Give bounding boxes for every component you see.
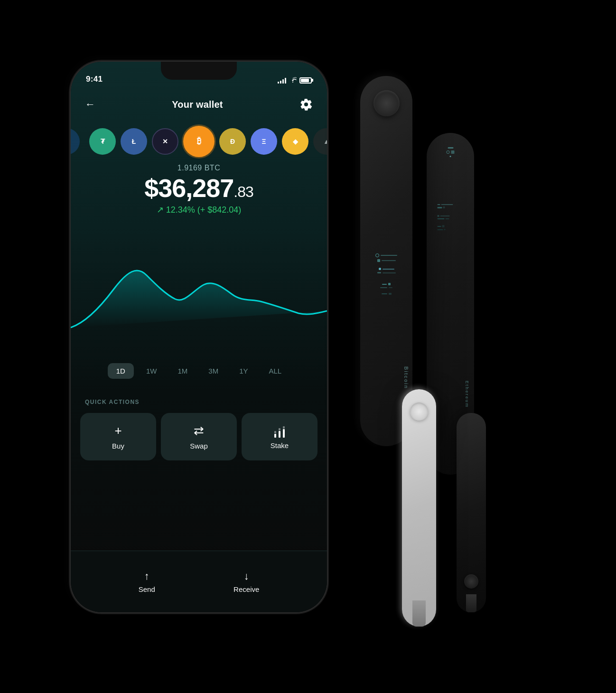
- buy-label: Buy: [112, 442, 124, 450]
- price-main: $36,287.83: [71, 175, 327, 201]
- stake-button[interactable]: Stake: [242, 413, 317, 460]
- svg-rect-2: [274, 431, 276, 433]
- coin-algo[interactable]: ▲: [313, 128, 327, 155]
- nano-white-button[interactable]: [410, 403, 428, 421]
- status-time: 9:41: [86, 75, 103, 84]
- time-btn-1d[interactable]: 1D: [108, 363, 134, 379]
- receive-icon: ↓: [244, 570, 249, 582]
- swap-icon: ⇄: [194, 423, 204, 438]
- ethereum-label: Ethereum: [465, 381, 469, 408]
- nano-s-connector: [466, 594, 476, 612]
- notch: [161, 62, 237, 80]
- svg-point-0: [292, 82, 293, 83]
- receive-label: Receive: [233, 585, 259, 593]
- stake-label: Stake: [271, 441, 289, 450]
- coin-binance[interactable]: ◆: [282, 128, 308, 155]
- coin-partial[interactable]: ◈: [71, 128, 80, 155]
- svg-rect-3: [279, 431, 280, 438]
- battery-icon: [299, 77, 312, 84]
- svg-rect-6: [283, 426, 285, 429]
- coin-dogecoin[interactable]: Ð: [219, 128, 246, 155]
- bitcoin-label: Bitcoin: [403, 366, 409, 389]
- time-btn-3m[interactable]: 3M: [200, 363, 227, 379]
- price-change: ↗ 12.34% (+ $842.04): [71, 205, 327, 215]
- nano-s-button[interactable]: [464, 574, 478, 589]
- phone-screen: 9:41: [71, 62, 327, 612]
- quick-actions: + Buy ⇄ Swap: [80, 413, 317, 460]
- time-btn-all[interactable]: ALL: [261, 363, 290, 379]
- ledger-nano-s-black: [457, 413, 486, 612]
- bottom-bar: ↑ Send ↓ Receive: [71, 551, 327, 612]
- receive-button[interactable]: ↓ Receive: [233, 570, 259, 593]
- coin-xrp[interactable]: ✕: [152, 128, 178, 155]
- wifi-icon: [289, 76, 297, 84]
- time-btn-1y[interactable]: 1Y: [231, 363, 256, 379]
- coin-bitcoin-active[interactable]: ₿: [183, 126, 215, 157]
- swap-button[interactable]: ⇄ Swap: [161, 413, 237, 460]
- scene: 9:41: [47, 38, 569, 655]
- price-chart: [71, 233, 327, 356]
- stake-icon: [273, 424, 286, 438]
- swap-label: Swap: [190, 442, 208, 450]
- signal-icon: [278, 77, 286, 84]
- page-title: Your wallet: [172, 99, 223, 110]
- coin-tether[interactable]: ₮: [89, 128, 116, 155]
- phone: 9:41: [71, 62, 327, 612]
- ledger-button-top[interactable]: [373, 90, 400, 116]
- nano-white-connector: [412, 600, 426, 627]
- coin-litecoin[interactable]: Ł: [121, 128, 147, 155]
- coin-row: ◈ ₮ Ł ✕ ₿ Ð Ξ ◆ ▲: [71, 123, 327, 159]
- time-btn-1w[interactable]: 1W: [138, 363, 166, 379]
- btc-amount: 1.9169 BTC: [71, 164, 327, 172]
- coin-ethereum[interactable]: Ξ: [251, 128, 277, 155]
- quick-actions-label: QUICK ACTIONS: [85, 399, 140, 405]
- back-button[interactable]: ←: [85, 98, 95, 111]
- header: ← Your wallet: [71, 90, 327, 119]
- send-icon: ↑: [144, 570, 149, 582]
- svg-rect-5: [283, 429, 285, 438]
- status-icons: [278, 76, 312, 84]
- plus-icon: +: [114, 423, 121, 438]
- time-selector: 1D 1W 1M 3M 1Y ALL: [71, 363, 327, 379]
- send-button[interactable]: ↑ Send: [139, 570, 155, 593]
- svg-rect-4: [279, 428, 280, 431]
- send-label: Send: [139, 585, 155, 593]
- settings-button[interactable]: [299, 98, 313, 111]
- price-section: 1.9169 BTC $36,287.83 ↗ 12.34% (+ $842.0…: [71, 164, 327, 215]
- svg-rect-1: [274, 434, 276, 438]
- ledger-nano-x-left: Bitcoin: [360, 76, 412, 446]
- ledger-nano-white: [402, 389, 436, 627]
- buy-button[interactable]: + Buy: [80, 413, 156, 460]
- time-btn-1m[interactable]: 1M: [169, 363, 196, 379]
